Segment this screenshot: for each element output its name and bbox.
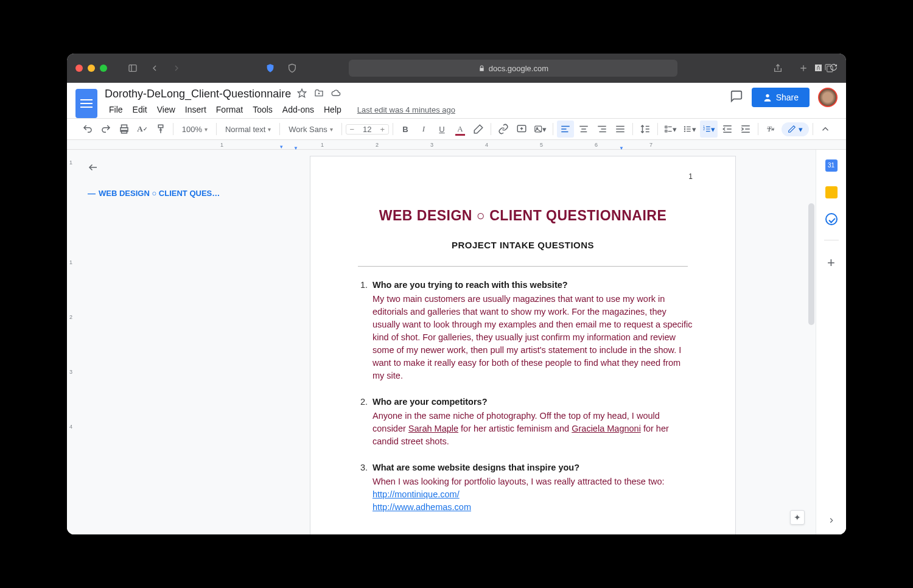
privacy-icon[interactable] xyxy=(284,61,301,75)
bulleted-list-button[interactable]: ▾ xyxy=(680,121,698,138)
svg-rect-35 xyxy=(687,131,691,131)
answer-text: Anyone in the same niche of photography.… xyxy=(373,410,693,448)
svg-point-30 xyxy=(684,126,685,127)
paragraph-style-dropdown[interactable]: Normal text xyxy=(220,125,276,134)
horizontal-ruler[interactable]: 1 1 2 3 4 5 6 7 ▾ ▼ ▼ xyxy=(67,140,846,150)
docs-logo-icon[interactable] xyxy=(75,89,97,118)
menu-file[interactable]: File xyxy=(105,103,127,116)
back-button[interactable] xyxy=(146,61,163,75)
italic-button[interactable]: I xyxy=(415,121,432,138)
share-icon[interactable] xyxy=(769,61,786,75)
hyperlink[interactable]: http://montinique.com/ xyxy=(373,488,693,501)
outline-close-icon[interactable] xyxy=(88,162,222,175)
menubar: File Edit View Insert Format Tools Add-o… xyxy=(105,103,730,116)
document-title[interactable]: Dorothy-DeLong_Client-Questionnaire xyxy=(105,88,291,100)
outline-heading-item[interactable]: WEB DESIGN ○ CLIENT QUES… xyxy=(88,185,222,201)
svg-point-32 xyxy=(684,130,685,131)
companion-sidebar: 31 + xyxy=(816,150,846,534)
comments-icon[interactable] xyxy=(730,89,743,105)
last-edit-text[interactable]: Last edit was 4 minutes ago xyxy=(353,103,460,116)
zoom-dropdown[interactable]: 100% xyxy=(177,125,212,134)
calendar-icon[interactable]: 31 xyxy=(825,159,838,172)
text-link[interactable]: Graciela Magnoni xyxy=(572,424,641,433)
vertical-ruler[interactable]: 11234 xyxy=(67,150,79,534)
font-size-decrease[interactable]: − xyxy=(346,125,359,134)
spellcheck-button[interactable]: A✓ xyxy=(134,121,151,138)
tasks-icon[interactable] xyxy=(825,213,838,225)
star-icon[interactable] xyxy=(297,88,307,100)
maximize-window-button[interactable] xyxy=(100,65,107,72)
address-bar[interactable]: docs.google.com 🅰 xyxy=(349,60,677,77)
line-spacing-button[interactable] xyxy=(637,121,654,138)
align-center-button[interactable] xyxy=(575,121,592,138)
translate-icon[interactable]: 🅰 xyxy=(815,65,822,72)
svg-rect-27 xyxy=(665,130,667,132)
person-icon xyxy=(763,93,772,102)
account-avatar[interactable] xyxy=(818,88,838,107)
question-list: Who are you trying to reach with this we… xyxy=(353,279,693,514)
redo-button[interactable] xyxy=(97,121,114,138)
move-icon[interactable] xyxy=(314,88,324,100)
close-window-button[interactable] xyxy=(75,65,83,72)
keep-icon[interactable] xyxy=(825,186,838,198)
reload-icon[interactable] xyxy=(830,63,838,73)
new-tab-icon[interactable] xyxy=(795,61,812,75)
collapse-toolbar-button[interactable] xyxy=(817,121,834,138)
heading-2[interactable]: PROJECT INTAKE QUESTIONS xyxy=(353,240,693,250)
list-item[interactable]: What are some website designs that inspi… xyxy=(370,461,693,514)
font-size-value[interactable]: 12 xyxy=(358,125,376,134)
print-button[interactable] xyxy=(116,121,133,138)
hide-sidepanel-icon[interactable] xyxy=(827,516,836,527)
add-addon-icon[interactable]: + xyxy=(827,255,835,271)
align-left-button[interactable] xyxy=(557,121,574,138)
comment-button[interactable] xyxy=(513,121,530,138)
text-link[interactable]: Sarah Maple xyxy=(408,424,458,433)
text-color-button[interactable]: A xyxy=(452,121,469,138)
align-right-button[interactable] xyxy=(593,121,610,138)
document-canvas[interactable]: 1 WEB DESIGN ○ CLIENT QUESTIONNAIRE PROJ… xyxy=(230,150,816,534)
highlight-button[interactable] xyxy=(470,121,487,138)
editing-mode-button[interactable]: ▾ xyxy=(782,122,809,136)
share-button[interactable]: Share xyxy=(752,88,810,107)
font-dropdown[interactable]: Work Sans xyxy=(284,125,337,134)
menu-format[interactable]: Format xyxy=(212,103,247,116)
paint-format-button[interactable] xyxy=(152,121,169,138)
share-label: Share xyxy=(776,93,799,102)
list-item[interactable]: Who are you trying to reach with this we… xyxy=(370,279,693,382)
page: 1 WEB DESIGN ○ CLIENT QUESTIONNAIRE PROJ… xyxy=(310,156,736,534)
list-item[interactable]: Who are your competitors? Anyone in the … xyxy=(370,396,693,448)
clear-format-button[interactable]: Tx xyxy=(762,121,779,138)
menu-help[interactable]: Help xyxy=(320,103,346,116)
question-text: Who are your competitors? xyxy=(373,396,693,408)
bold-button[interactable]: B xyxy=(397,121,414,138)
svg-rect-33 xyxy=(687,127,691,127)
menu-edit[interactable]: Edit xyxy=(128,103,152,116)
question-text: What are some website designs that inspi… xyxy=(373,461,693,474)
font-size-control: − 12 + xyxy=(346,124,390,135)
question-text: Who are you trying to reach with this we… xyxy=(373,279,693,292)
cloud-status-icon[interactable] xyxy=(331,88,341,100)
underline-button[interactable]: U xyxy=(433,121,450,138)
svg-rect-26 xyxy=(665,126,667,128)
forward-button[interactable] xyxy=(168,61,185,75)
menu-insert[interactable]: Insert xyxy=(181,103,211,116)
checklist-button[interactable]: ▾ xyxy=(662,121,679,138)
font-size-increase[interactable]: + xyxy=(377,125,389,134)
shield-icon[interactable] xyxy=(262,61,279,75)
indent-decrease-button[interactable] xyxy=(719,121,736,138)
explore-button[interactable]: ✦ xyxy=(790,510,805,525)
numbered-list-button[interactable]: 12▾ xyxy=(700,121,718,138)
undo-button[interactable] xyxy=(79,121,96,138)
menu-view[interactable]: View xyxy=(153,103,180,116)
align-justify-button[interactable] xyxy=(612,121,629,138)
vertical-scrollbar[interactable] xyxy=(808,203,814,325)
menu-tools[interactable]: Tools xyxy=(248,103,277,116)
minimize-window-button[interactable] xyxy=(88,65,95,72)
menu-addons[interactable]: Add-ons xyxy=(278,103,318,116)
heading-1[interactable]: WEB DESIGN ○ CLIENT QUESTIONNAIRE xyxy=(353,208,693,224)
image-button[interactable]: ▾ xyxy=(531,121,549,138)
sidebar-toggle-icon[interactable] xyxy=(124,61,141,75)
hyperlink[interactable]: http://www.adhemas.com xyxy=(373,501,693,514)
indent-increase-button[interactable] xyxy=(737,121,754,138)
link-button[interactable] xyxy=(495,121,512,138)
